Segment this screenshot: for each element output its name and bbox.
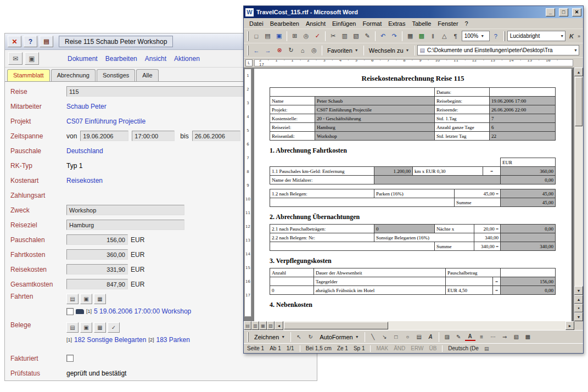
bis-date-input[interactable]: 26.06.2006 — [192, 131, 240, 141]
tab-stammblatt[interactable]: Stammblatt — [7, 69, 50, 81]
receipt-check-icon[interactable]: ✓ — [108, 322, 120, 333]
reisekosten-input[interactable]: 331,90 — [66, 264, 128, 275]
refresh-icon[interactable]: ↻ — [285, 45, 296, 56]
zoom-combo[interactable]: 100% ▼ — [462, 31, 490, 41]
font-combo[interactable]: Lucidabright ▼ — [507, 31, 565, 41]
tab-sonstiges[interactable]: Sonstiges — [97, 69, 135, 81]
toolbar-grip[interactable] — [247, 31, 249, 41]
arrow-style-icon[interactable]: ⇒ — [500, 332, 510, 342]
status-flag-aend[interactable]: ÄND — [394, 345, 405, 351]
status-flag-erw[interactable]: ERW — [411, 345, 423, 351]
fill-color-icon[interactable]: ▨ — [442, 332, 452, 342]
menu-bearbeiten[interactable]: Bearbeiten — [267, 19, 303, 28]
trip-print-icon[interactable]: ▦ — [94, 294, 106, 304]
pauschale-link[interactable]: Deutschland — [66, 147, 103, 155]
address-bar[interactable]: ▤ C:\Dokumente und Einstellungen\peter\D… — [417, 45, 579, 55]
menu-bearbeiten[interactable]: Bearbeiten — [105, 55, 137, 63]
receipt-list-icon[interactable]: ▤ — [66, 322, 79, 333]
scroll-left-icon[interactable]: ◄ — [275, 321, 283, 330]
line-icon[interactable]: ╲ — [368, 332, 378, 342]
three-d-icon[interactable]: ▩ — [523, 332, 533, 342]
menu-fenster[interactable]: Fenster — [434, 19, 461, 28]
trip-link[interactable]: 5 19.06.2006 17:00:00 Workshop — [94, 307, 191, 315]
menu-extras[interactable]: Extras — [385, 19, 408, 28]
print-layout-icon[interactable]: ▦ — [259, 321, 267, 330]
arrow-icon[interactable]: ↘ — [379, 332, 390, 342]
document-page[interactable]: Reisekostenabrechnung Reise 115 Datum: N… — [254, 69, 572, 321]
print-icon[interactable]: ⊞ — [289, 31, 300, 42]
mitarbeiter-link[interactable]: Schaub Peter — [66, 103, 107, 110]
font-color-icon[interactable]: A — [465, 333, 475, 341]
new-document-icon[interactable]: □ — [251, 31, 262, 42]
menu-ansicht[interactable]: Ansicht — [145, 55, 166, 63]
mail-icon[interactable]: ✉ — [8, 52, 23, 65]
tab-stop-selector[interactable]: L — [245, 59, 253, 66]
close-icon[interactable]: ✕ — [572, 8, 581, 16]
menu-ansicht[interactable]: Ansicht — [303, 19, 329, 28]
print-preview-icon[interactable]: ◎ — [301, 31, 312, 42]
toolbar-grip[interactable] — [247, 46, 249, 55]
paste-icon[interactable]: ▧ — [350, 31, 361, 42]
von-time-input[interactable]: 17:00:00 — [132, 131, 175, 141]
italic-icon[interactable]: K — [566, 31, 577, 42]
spelling-icon[interactable]: ✓ — [312, 31, 323, 42]
rectangle-icon[interactable]: □ — [391, 332, 401, 342]
receipt-link-1[interactable]: 182 Sonstige Belegarten — [74, 336, 146, 344]
scroll-right-icon[interactable]: ► — [565, 321, 574, 330]
kostenart-link[interactable]: Reisekosten — [66, 177, 103, 184]
toolbar-overflow-icon[interactable]: » — [578, 33, 581, 39]
trip-list-icon[interactable]: ▤ — [66, 294, 79, 304]
status-flag-mak[interactable]: MAK — [376, 345, 388, 351]
toolbar-grip[interactable] — [247, 332, 249, 342]
menu-datei[interactable]: Datei — [246, 19, 267, 28]
line-color-icon[interactable]: ✎ — [453, 332, 464, 342]
zweck-input[interactable]: Workshop — [66, 205, 184, 215]
document-icon[interactable]: ▤ — [40, 36, 53, 47]
normal-view-icon[interactable]: ▤ — [244, 321, 251, 330]
maximize-icon[interactable]: □ — [559, 8, 568, 16]
oval-icon[interactable]: ○ — [402, 332, 413, 342]
minimize-icon[interactable]: _ — [546, 8, 555, 16]
tab-alle[interactable]: Alle — [136, 69, 158, 81]
reiseziel-input[interactable]: Hamburg — [66, 220, 184, 230]
tab-abrechnung[interactable]: Abrechnung — [51, 69, 96, 81]
scroll-up-icon[interactable]: ▲ — [574, 68, 583, 76]
select-objects-icon[interactable]: ↖ — [294, 332, 304, 342]
trip-checkbox[interactable] — [66, 308, 74, 315]
undo-icon[interactable]: ↶ — [378, 31, 389, 42]
copy-icon[interactable]: ▣ — [25, 52, 39, 65]
menu-format[interactable]: Format — [359, 19, 385, 28]
outline-view-icon[interactable]: ▧ — [267, 321, 275, 330]
fakturiert-checkbox[interactable] — [66, 355, 74, 362]
dash-style-icon[interactable]: ⋯ — [488, 332, 499, 342]
show-paragraph-icon[interactable]: ¶ — [450, 31, 461, 42]
forward-icon[interactable]: → — [262, 45, 273, 56]
columns-icon[interactable]: ‖ — [428, 31, 439, 42]
insert-table-icon[interactable]: ▩ — [416, 31, 427, 42]
help-icon[interactable]: ? — [490, 31, 501, 42]
drawing-icon[interactable]: △ — [439, 31, 450, 42]
close-icon[interactable]: ✕ — [8, 36, 21, 47]
menu-dokument[interactable]: Dokument — [68, 55, 98, 63]
next-page-icon[interactable]: ▼ — [574, 312, 583, 321]
goto-button[interactable]: Wechseln zu ▼ — [366, 45, 412, 56]
vertical-scrollbar[interactable]: ▲ ▼ ▲ ● ▼ — [574, 68, 583, 321]
autoformen-button[interactable]: AutoFormen ▼ — [317, 332, 361, 343]
line-style-icon[interactable]: ≡ — [477, 332, 487, 342]
home-icon[interactable]: ⌂ — [297, 45, 308, 56]
search-icon[interactable]: ◎ — [309, 45, 320, 56]
wordart-icon[interactable]: A — [425, 332, 436, 342]
vertical-scroll-thumb[interactable] — [575, 77, 583, 126]
format-painter-icon[interactable]: ✎ — [362, 31, 373, 42]
tables-borders-icon[interactable]: ▦ — [405, 31, 416, 42]
projekt-link[interactable]: CS07 Einführung Projectile — [66, 117, 145, 125]
trip-copy-icon[interactable]: ▣ — [80, 294, 92, 304]
toolbar-grip[interactable] — [503, 31, 505, 41]
cut-icon[interactable]: ✂ — [328, 31, 339, 42]
receipt-link-2[interactable]: 183 Parken — [156, 336, 189, 344]
favorites-button[interactable]: Favoriten ▼ — [324, 45, 361, 56]
redo-icon[interactable]: ↷ — [389, 31, 400, 42]
menu-aktionen[interactable]: Aktionen — [174, 55, 200, 63]
save-icon[interactable]: ▣ — [273, 31, 284, 42]
scroll-down-icon[interactable]: ▼ — [574, 286, 583, 295]
